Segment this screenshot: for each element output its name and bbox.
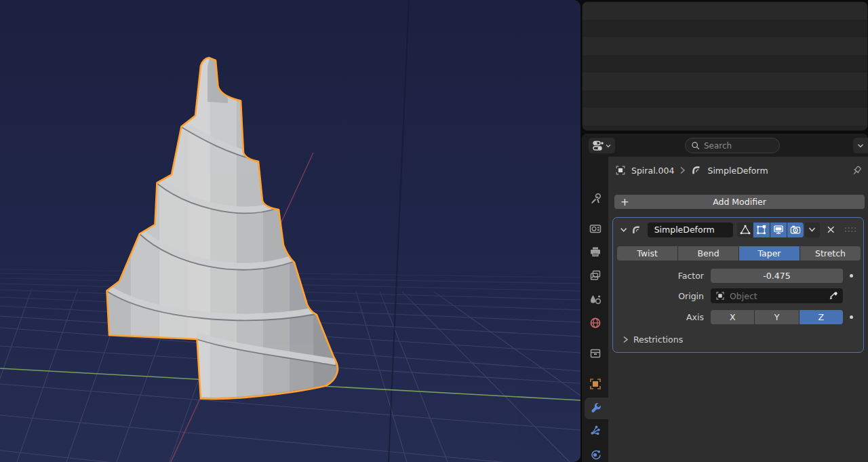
modifier-panel-header: SimpleDeform	[617, 222, 856, 237]
monitor-icon	[773, 225, 784, 235]
search-placeholder: Search	[704, 141, 732, 151]
world-globe-icon	[589, 317, 601, 329]
pin-icon	[851, 165, 863, 176]
editor-type-button[interactable]	[589, 138, 615, 153]
origin-label: Origin	[613, 291, 704, 301]
toggle-show-render[interactable]	[787, 223, 804, 237]
factor-value-field[interactable]: -0.475	[711, 269, 843, 283]
properties-editor: Search	[582, 134, 868, 462]
blender-window: Search	[0, 0, 868, 462]
tool-icon	[589, 193, 601, 205]
view-layer-icon	[589, 269, 601, 282]
axis-y-button[interactable]: Y	[755, 310, 798, 324]
origin-row: Origin Object	[613, 288, 865, 303]
breadcrumb-modifier-name[interactable]: SimpleDeform	[707, 166, 768, 176]
tab-particles[interactable]	[589, 423, 602, 437]
simpledeform-modifier-icon	[631, 225, 642, 235]
tab-output[interactable]	[589, 245, 602, 258]
mode-bend-button[interactable]: Bend	[678, 246, 738, 261]
properties-content: Spiral.004 SimpleDeform	[608, 157, 868, 462]
deform-mode-segmented: Twist Bend Taper Stretch	[617, 246, 861, 261]
axis-z-button[interactable]: Z	[800, 310, 843, 324]
toggle-edit-mode-display[interactable]	[737, 223, 753, 237]
breadcrumb-object-name[interactable]: Spiral.004	[631, 166, 674, 176]
tab-render[interactable]	[589, 222, 602, 235]
toggle-on-cage[interactable]	[753, 223, 770, 237]
panel-expand-chevron-icon[interactable]	[620, 227, 627, 233]
axis-label: Axis	[613, 312, 704, 322]
chevron-right-icon	[623, 336, 629, 343]
search-icon	[691, 141, 700, 150]
wrench-icon	[589, 401, 602, 414]
3d-viewport[interactable]	[0, 0, 580, 462]
eyedropper-icon[interactable]	[829, 291, 838, 301]
render-camera-icon	[589, 223, 601, 235]
modifier-extras-dropdown[interactable]	[805, 223, 820, 237]
printer-icon	[589, 246, 601, 258]
axis-segmented: X Y Z	[711, 310, 843, 324]
axis-keyframe-dot[interactable]	[850, 315, 853, 319]
tab-tool[interactable]	[589, 192, 602, 206]
chevron-down-icon	[606, 143, 611, 149]
on-cage-icon	[756, 225, 767, 235]
drag-handle-icon[interactable]	[844, 227, 856, 233]
modifier-name-field[interactable]: SimpleDeform	[648, 223, 733, 237]
properties-tab-strip	[582, 157, 608, 462]
tab-view-layer[interactable]	[589, 269, 602, 282]
plus-icon: +	[620, 196, 629, 208]
object-icon	[589, 378, 601, 390]
mode-taper-button[interactable]: Taper	[739, 246, 800, 261]
camera-icon	[790, 225, 801, 235]
chevron-down-icon	[808, 227, 816, 233]
origin-object-field[interactable]: Object	[711, 288, 843, 303]
add-modifier-button[interactable]: + Add Modifier	[614, 195, 865, 209]
properties-editor-icon	[593, 140, 604, 151]
modifier-display-toggles	[737, 223, 804, 237]
chevron-right-icon	[679, 166, 686, 174]
search-input[interactable]: Search	[685, 138, 780, 153]
simpledeform-modifier-panel: SimpleDeform	[612, 217, 864, 353]
edit-mode-icon	[740, 225, 751, 235]
modifier-icon	[691, 165, 702, 176]
tab-collection[interactable]	[589, 347, 602, 360]
delete-modifier-button[interactable]	[827, 225, 835, 234]
toggle-show-viewport[interactable]	[770, 223, 787, 237]
restrictions-subpanel-header[interactable]: Restrictions	[623, 334, 683, 345]
factor-keyframe-dot[interactable]	[850, 274, 853, 277]
mode-stretch-button[interactable]: Stretch	[800, 246, 861, 261]
object-data-icon	[615, 165, 626, 176]
object-data-icon	[715, 291, 725, 301]
tab-scene[interactable]	[589, 292, 602, 306]
scene-icon	[589, 293, 601, 305]
chevron-down-icon	[857, 143, 864, 149]
factor-row: Factor -0.475	[613, 268, 865, 283]
axis-row: Axis X Y Z	[613, 309, 865, 324]
tab-modifiers[interactable]	[589, 400, 602, 414]
axis-x-button[interactable]: X	[711, 310, 754, 324]
tab-physics[interactable]	[589, 448, 602, 461]
header-collapse-button[interactable]	[853, 138, 868, 153]
particles-icon	[589, 424, 601, 436]
viewport-scene	[0, 0, 580, 462]
physics-icon	[589, 448, 601, 461]
properties-header: Search	[582, 134, 868, 157]
factor-label: Factor	[613, 271, 704, 281]
pin-button[interactable]	[851, 165, 863, 176]
origin-placeholder: Object	[730, 291, 824, 301]
outliner-editor[interactable]	[582, 1, 868, 131]
collection-box-icon	[589, 347, 601, 360]
tab-object[interactable]	[589, 377, 602, 391]
tab-world[interactable]	[589, 316, 602, 330]
breadcrumb: Spiral.004 SimpleDeform	[615, 163, 768, 177]
mode-twist-button[interactable]: Twist	[617, 246, 677, 261]
